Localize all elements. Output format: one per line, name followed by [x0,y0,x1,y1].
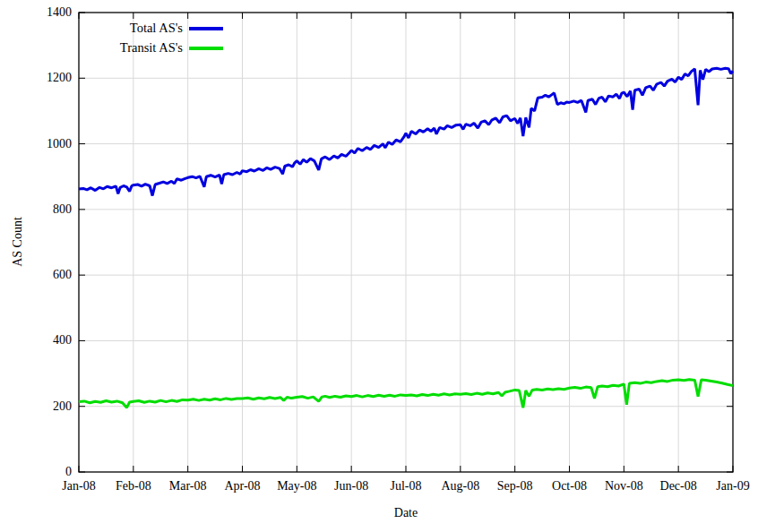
plot-canvas [0,0,758,532]
x-tick-label: Nov-08 [592,478,655,494]
x-tick-label: Oct-08 [538,478,601,494]
legend-swatch-transit-as [189,47,223,50]
y-tick-label: 1000 [0,136,72,152]
x-axis-title: Date [394,506,418,520]
x-tick-label: Feb-08 [102,478,165,494]
legend-item-total-as: Total AS's [130,20,223,37]
y-tick-label: 1400 [0,4,72,21]
y-tick-label: 800 [0,202,72,218]
legend: Total AS's Transit AS's [120,20,223,56]
x-tick-label: Dec-08 [647,478,710,494]
legend-item-transit-as: Transit AS's [120,39,223,56]
x-tick-label: Sep-08 [484,478,547,494]
y-tick-label: 400 [0,332,72,348]
x-tick-label: Jan-09 [702,478,758,494]
y-tick-label: 200 [0,399,72,415]
x-tick-label: Jun-08 [320,478,383,494]
y-tick-label: 600 [0,267,72,283]
x-tick-label: May-08 [265,478,328,494]
x-tick-label: Apr-08 [211,478,274,494]
x-tick-label: Jul-08 [375,478,437,494]
y-axis-title: AS Count [11,217,25,267]
x-tick-label: Mar-08 [157,478,220,494]
x-tick-label: Aug-08 [429,478,492,494]
x-tick-label: Jan-08 [47,478,110,494]
legend-swatch-total-as [189,27,223,30]
y-tick-label: 1200 [0,70,72,86]
legend-label-transit-as: Transit AS's [120,40,183,56]
legend-label-total-as: Total AS's [130,21,183,36]
as-count-chart: 0200400600800100012001400 Jan-08Feb-08Ma… [0,0,758,532]
